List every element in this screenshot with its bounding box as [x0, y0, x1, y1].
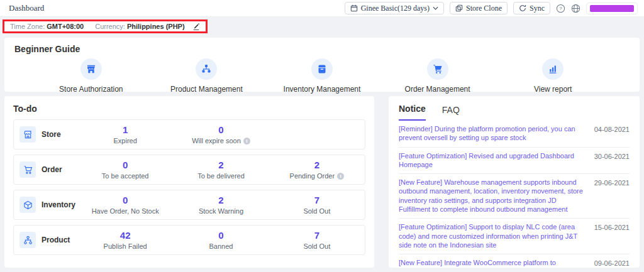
todo-row-label: Product	[42, 236, 70, 244]
storefront-icon	[19, 126, 36, 143]
info-icon[interactable]: i	[243, 138, 250, 144]
sync-icon	[519, 4, 526, 12]
sync-label: Sync	[530, 4, 545, 13]
stat-banned[interactable]: 0 Banned	[173, 230, 269, 250]
edit-pencil-icon[interactable]	[192, 23, 200, 30]
guide-item-product-management[interactable]: Product Management	[159, 58, 253, 94]
todo-row-stats: 0 To be accepted 2 To be delivered 2 Pen…	[77, 160, 365, 180]
page-title: Dashboard	[9, 3, 44, 13]
top-bar-actions: Ginee Basic(129 days) Store Clone Syn	[345, 2, 638, 14]
clone-icon	[455, 4, 463, 12]
notice-link[interactable]: [Feature Optimization] Support to displa…	[399, 222, 584, 249]
notice-date: 09-06-2021	[594, 258, 630, 268]
todo-row-header: Inventory	[19, 197, 77, 213]
tab-notice[interactable]: Notice	[399, 104, 426, 121]
timezone-label: Time Zone:	[10, 23, 45, 30]
notice-link[interactable]: [New Feature] Warehouse management suppo…	[399, 178, 584, 214]
stat-to-be-accepted[interactable]: 0 To be accepted	[77, 160, 173, 180]
todo-row-header: Store	[19, 126, 77, 143]
calendar-icon	[350, 4, 358, 12]
currency-setting: Currency:Philippines (PHP)	[95, 23, 184, 30]
todo-row-product: Product 42 Publish Failed 0 Banned 7	[13, 225, 365, 255]
notice-card: Notice FAQ [Reminder] During the platfor…	[389, 96, 640, 268]
timezone-value: GMT+08:00	[47, 23, 84, 30]
help-icon[interactable]: ?	[556, 4, 565, 13]
stat-stock-warning[interactable]: 2 Stock Warning	[173, 195, 269, 215]
guide-item-label: Inventory Management	[284, 85, 361, 94]
svg-text:?: ?	[559, 6, 562, 11]
globe-icon[interactable]	[571, 4, 580, 13]
notice-date: 29-06-2021	[594, 178, 630, 214]
todo-row-label: Store	[42, 130, 61, 139]
guide-item-label: Store Authorization	[59, 85, 123, 94]
store-clone-button[interactable]: Store Clone	[450, 2, 508, 14]
stat-will-expire-soon[interactable]: 0 Will expire sooni	[173, 124, 269, 144]
box-icon	[311, 58, 333, 80]
guide-item-label: Order Management	[405, 85, 470, 94]
notice-item: [Feature Optimization] Revised and upgra…	[399, 148, 630, 175]
todo-row-store: Store 1 Expired 0 Will expire sooni	[13, 119, 365, 150]
storefront-icon	[80, 58, 102, 80]
cube-icon	[19, 197, 36, 213]
timezone-setting: Time Zone:GMT+08:00	[10, 23, 84, 30]
cart-icon	[427, 58, 448, 80]
todo-row-label: Order	[42, 165, 62, 174]
stat-to-be-delivered[interactable]: 2 To be delivered	[173, 160, 269, 180]
currency-label: Currency:	[95, 23, 125, 30]
notice-tabs: Notice FAQ	[399, 104, 630, 121]
currency-value: Philippines (PHP)	[127, 23, 185, 30]
guide-item-store-authorization[interactable]: Store Authorization	[44, 58, 138, 94]
todo-row-stats: 42 Publish Failed 0 Banned 7 Sold Out	[77, 230, 365, 250]
todo-card: To-do Store	[4, 96, 374, 268]
stat-expired[interactable]: 1 Expired	[77, 124, 173, 144]
stat-sold-out[interactable]: 7 Sold Out	[269, 195, 365, 215]
todo-row-inventory: Inventory 0 Have Order, No Stock 2 Stock…	[13, 190, 365, 220]
beginner-guide-card: Beginner Guide Store Authorization	[4, 38, 640, 92]
notice-date: 30-06-2021	[594, 151, 630, 170]
guide-item-order-management[interactable]: Order Management	[391, 58, 485, 94]
todo-row-header: Product	[19, 232, 77, 248]
beginner-guide-title: Beginner Guide	[14, 44, 630, 54]
stat-pending-order[interactable]: 2 Pending Orderi	[269, 160, 365, 180]
notice-item: [Reminder] During the platform promotion…	[399, 121, 630, 148]
chevron-down-icon	[433, 6, 438, 10]
guide-item-inventory-management[interactable]: Inventory Management	[275, 58, 369, 94]
todo-row-label: Inventory	[42, 200, 75, 209]
settings-row: Time Zone:GMT+08:00 Currency:Philippines…	[0, 17, 644, 35]
guide-item-label: Product Management	[170, 85, 243, 94]
todo-row-header: Order	[19, 161, 77, 178]
sync-button[interactable]: Sync	[513, 2, 550, 14]
notice-date: 15-06-2021	[594, 222, 630, 249]
top-bar: Dashboard Ginee Basic(129 days) Store C	[0, 0, 644, 17]
notice-item: [New Feature] Integrate WooCommerce plat…	[399, 254, 630, 268]
timezone-currency-annotation: Time Zone:GMT+08:00 Currency:Philippines…	[3, 19, 208, 33]
todo-row-stats: 0 Have Order, No Stock 2 Stock Warning 7…	[77, 195, 365, 215]
notice-link[interactable]: [New Feature] Integrate WooCommerce plat…	[399, 258, 584, 268]
notice-item: [New Feature] Warehouse management suppo…	[399, 174, 630, 219]
org-chart-icon	[19, 232, 36, 248]
notice-link[interactable]: [Reminder] During the platform promotion…	[399, 124, 584, 143]
guide-item-view-report[interactable]: View report	[506, 58, 600, 94]
notice-link[interactable]: [Feature Optimization] Revised and upgra…	[399, 151, 584, 170]
todo-row-order: Order 0 To be accepted 2 To be delivered…	[13, 155, 365, 185]
stat-empty	[269, 124, 365, 144]
todo-title: To-do	[13, 104, 365, 114]
plan-label: Ginee Basic(129 days)	[361, 4, 430, 13]
account-name-redacted[interactable]	[586, 3, 638, 14]
redaction-bar	[590, 5, 634, 12]
bar-chart-icon	[542, 58, 564, 80]
notice-item: [Feature Optimization] Support to displa…	[399, 219, 630, 254]
notice-list: [Reminder] During the platform promotion…	[399, 121, 630, 268]
notice-date: 04-08-2021	[594, 124, 630, 143]
stat-sold-out[interactable]: 7 Sold Out	[269, 230, 365, 250]
store-clone-label: Store Clone	[466, 4, 502, 13]
guide-item-label: View report	[534, 85, 572, 94]
sitemap-icon	[196, 58, 217, 80]
todo-row-stats: 1 Expired 0 Will expire sooni	[77, 124, 365, 144]
info-icon[interactable]: i	[337, 173, 344, 180]
stat-have-order-no-stock[interactable]: 0 Have Order, No Stock	[77, 195, 173, 215]
stat-publish-failed[interactable]: 42 Publish Failed	[77, 230, 173, 250]
plan-dropdown[interactable]: Ginee Basic(129 days)	[345, 2, 444, 14]
tab-faq[interactable]: FAQ	[442, 105, 460, 121]
todo-rows: Store 1 Expired 0 Will expire sooni	[13, 119, 365, 255]
